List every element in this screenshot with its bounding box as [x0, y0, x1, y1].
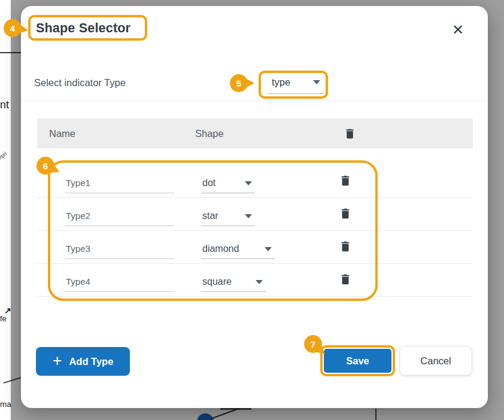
plus-icon: +: [53, 355, 62, 367]
annotation-badge-6: 6: [37, 157, 54, 175]
shape-dropdown[interactable]: dot: [201, 174, 255, 193]
indicator-type-dropdown-value: type: [272, 77, 290, 88]
badge-number: 5: [236, 78, 241, 89]
bg-text-fragment: fe: [0, 314, 7, 323]
table-row: star: [37, 198, 473, 231]
trash-icon: [344, 127, 356, 141]
close-icon: ✕: [452, 22, 464, 38]
shape-dropdown[interactable]: diamond: [201, 239, 275, 259]
column-header-shape: Shape: [195, 118, 224, 148]
dropdown-caret-icon: [313, 80, 320, 84]
shape-dropdown-value: dot: [202, 178, 215, 188]
badge-number: 4: [10, 23, 15, 34]
screen: nt orpri ↗ fe ma ✕ Shape Selector Select…: [0, 0, 504, 420]
annotation-badge-7: 7: [304, 335, 322, 353]
table-row: square: [37, 264, 473, 297]
delete-row-button[interactable]: [333, 202, 357, 225]
delete-row-button[interactable]: [333, 268, 357, 291]
table-row: dot: [37, 165, 473, 198]
bg-text-fragment: nt: [0, 99, 9, 111]
section-divider: [21, 100, 488, 101]
shape-dropdown[interactable]: star: [201, 206, 255, 226]
badge-pointer-tail: [244, 78, 254, 89]
trash-icon: [339, 174, 352, 188]
badge-pointer-tail: [17, 23, 29, 35]
shape-dropdown-value: diamond: [202, 244, 239, 254]
close-button[interactable]: ✕: [446, 18, 470, 42]
bg-text-fragment: orpri: [0, 151, 8, 162]
delete-row-button[interactable]: [333, 169, 357, 192]
badge-number: 6: [43, 161, 48, 171]
dialog-title: Shape Selector: [36, 21, 130, 36]
annotation-badge-5: 5: [230, 74, 248, 92]
dropdown-caret-icon: [256, 280, 263, 284]
add-type-label: Add Type: [69, 356, 113, 367]
add-type-button[interactable]: + Add Type: [36, 347, 130, 376]
shape-dropdown-value: square: [202, 276, 232, 287]
shape-dropdown-value: star: [202, 211, 218, 221]
column-header-name: Name: [49, 118, 75, 148]
select-indicator-label: Select indicator Type: [34, 77, 126, 89]
table-header: Name Shape: [37, 118, 473, 148]
type-name-input[interactable]: [65, 239, 174, 259]
type-name-input[interactable]: [65, 174, 174, 193]
badge-number: 7: [311, 339, 315, 349]
trash-icon: [339, 239, 352, 254]
annotation-badge-4: 4: [4, 19, 22, 37]
shape-dropdown[interactable]: square: [201, 272, 266, 292]
delete-row-button[interactable]: [333, 235, 357, 258]
bg-text-fragment: ma: [0, 400, 11, 409]
dropdown-caret-icon: [245, 181, 252, 185]
save-button[interactable]: Save: [324, 349, 391, 373]
shape-selector-dialog: ✕ Shape Selector Select indicator Type t…: [21, 6, 488, 408]
trash-icon: [339, 206, 352, 221]
dropdown-caret-icon: [265, 247, 272, 251]
table-row: diamond: [37, 231, 473, 264]
indicator-type-dropdown[interactable]: type: [268, 71, 324, 94]
dropdown-caret-icon: [245, 214, 252, 218]
cancel-button[interactable]: Cancel: [400, 346, 472, 375]
delete-all-button[interactable]: [338, 122, 362, 145]
trash-icon: [339, 272, 352, 287]
type-name-input[interactable]: [65, 272, 174, 292]
type-name-input[interactable]: [65, 206, 174, 226]
